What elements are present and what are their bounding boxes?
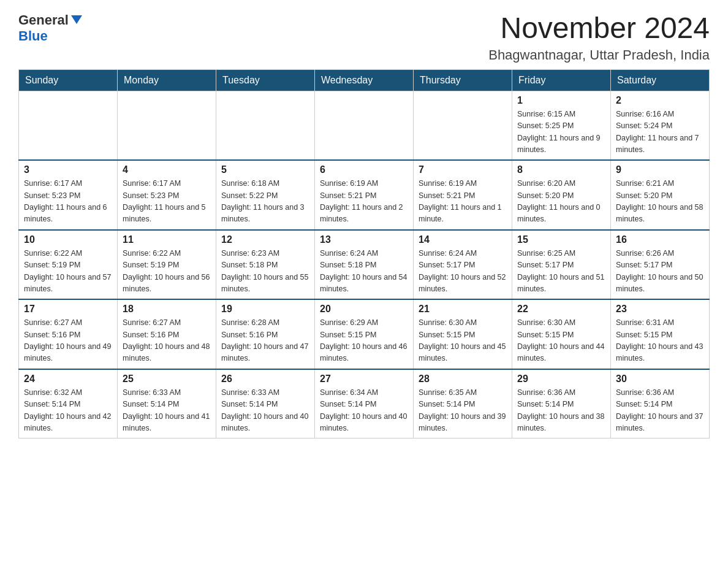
day-number: 9 bbox=[616, 164, 704, 175]
day-number: 10 bbox=[24, 234, 112, 245]
day-number: 30 bbox=[616, 373, 704, 385]
day-info-line: Sunset: 5:23 PM bbox=[123, 191, 179, 200]
day-info-line: Sunset: 5:14 PM bbox=[123, 400, 179, 408]
day-info-line: Sunrise: 6:15 AM bbox=[517, 110, 575, 118]
day-info-line: Daylight: 11 hours and 0 minutes. bbox=[517, 203, 601, 223]
calendar-cell: 4Sunrise: 6:17 AMSunset: 5:23 PMDaylight… bbox=[118, 160, 216, 230]
weekday-header-row: SundayMondayTuesdayWednesdayThursdayFrid… bbox=[19, 69, 710, 91]
day-info-line: Sunrise: 6:22 AM bbox=[24, 249, 82, 258]
day-info-line: Daylight: 11 hours and 1 minute. bbox=[419, 203, 502, 223]
day-info: Sunrise: 6:29 AMSunset: 5:15 PMDaylight:… bbox=[320, 317, 408, 365]
day-info-line: Daylight: 10 hours and 41 minutes. bbox=[123, 412, 210, 432]
day-info-line: Sunset: 5:19 PM bbox=[123, 261, 179, 269]
day-info-line: Sunset: 5:18 PM bbox=[320, 261, 376, 269]
day-info-line: Sunrise: 6:25 AM bbox=[517, 249, 575, 258]
day-info: Sunrise: 6:18 AMSunset: 5:22 PMDaylight:… bbox=[221, 178, 309, 226]
day-info: Sunrise: 6:36 AMSunset: 5:14 PMDaylight:… bbox=[517, 387, 605, 435]
day-info-line: Daylight: 10 hours and 52 minutes. bbox=[419, 273, 506, 293]
day-number: 26 bbox=[221, 373, 309, 385]
day-info: Sunrise: 6:27 AMSunset: 5:16 PMDaylight:… bbox=[123, 317, 211, 365]
day-info-line: Sunset: 5:18 PM bbox=[221, 261, 278, 269]
weekday-header-sunday: Sunday bbox=[19, 69, 118, 91]
day-number: 23 bbox=[616, 304, 704, 315]
day-info-line: Sunrise: 6:30 AM bbox=[419, 318, 477, 327]
day-info-line: Sunset: 5:17 PM bbox=[517, 261, 574, 269]
day-info-line: Sunrise: 6:36 AM bbox=[517, 388, 575, 397]
day-number: 12 bbox=[221, 234, 309, 245]
day-info-line: Daylight: 10 hours and 40 minutes. bbox=[221, 412, 308, 432]
day-info-line: Daylight: 10 hours and 51 minutes. bbox=[517, 273, 604, 293]
day-info-line: Sunset: 5:14 PM bbox=[221, 400, 278, 408]
day-info-line: Daylight: 10 hours and 38 minutes. bbox=[517, 412, 604, 432]
day-info: Sunrise: 6:28 AMSunset: 5:16 PMDaylight:… bbox=[221, 317, 309, 365]
day-info: Sunrise: 6:35 AMSunset: 5:14 PMDaylight:… bbox=[419, 387, 507, 435]
day-info: Sunrise: 6:23 AMSunset: 5:18 PMDaylight:… bbox=[221, 248, 309, 296]
day-info: Sunrise: 6:15 AMSunset: 5:25 PMDaylight:… bbox=[517, 109, 605, 156]
calendar-cell: 1Sunrise: 6:15 AMSunset: 5:25 PMDaylight… bbox=[512, 91, 611, 160]
day-info-line: Daylight: 10 hours and 42 minutes. bbox=[24, 412, 111, 432]
day-number: 28 bbox=[419, 373, 507, 385]
day-number: 1 bbox=[517, 95, 605, 106]
day-info-line: Sunset: 5:23 PM bbox=[24, 191, 80, 200]
logo-general-text: General bbox=[18, 12, 69, 28]
day-info-line: Daylight: 10 hours and 46 minutes. bbox=[320, 342, 407, 362]
day-info: Sunrise: 6:22 AMSunset: 5:19 PMDaylight:… bbox=[24, 248, 112, 296]
day-info-line: Sunset: 5:15 PM bbox=[517, 331, 574, 339]
day-number: 20 bbox=[320, 304, 408, 315]
day-info-line: Sunset: 5:22 PM bbox=[221, 191, 278, 200]
day-info-line: Daylight: 10 hours and 40 minutes. bbox=[320, 412, 407, 432]
day-info-line: Sunrise: 6:30 AM bbox=[517, 318, 575, 327]
calendar-cell: 6Sunrise: 6:19 AMSunset: 5:21 PMDaylight… bbox=[315, 160, 414, 230]
day-info-line: Sunrise: 6:31 AM bbox=[616, 318, 674, 327]
day-number: 3 bbox=[24, 164, 112, 175]
day-info-line: Daylight: 11 hours and 5 minutes. bbox=[123, 203, 206, 223]
day-info-line: Daylight: 10 hours and 47 minutes. bbox=[221, 342, 308, 362]
day-info: Sunrise: 6:20 AMSunset: 5:20 PMDaylight:… bbox=[517, 178, 605, 226]
weekday-header-wednesday: Wednesday bbox=[315, 69, 414, 91]
calendar-cell: 28Sunrise: 6:35 AMSunset: 5:14 PMDayligh… bbox=[414, 369, 512, 439]
weekday-header-monday: Monday bbox=[118, 69, 216, 91]
day-number: 5 bbox=[221, 164, 309, 175]
day-info-line: Sunrise: 6:26 AM bbox=[616, 249, 674, 258]
day-number: 16 bbox=[616, 234, 704, 245]
weekday-header-friday: Friday bbox=[512, 69, 611, 91]
day-info-line: Sunset: 5:24 PM bbox=[616, 121, 672, 130]
day-number: 25 bbox=[123, 373, 211, 385]
day-info-line: Sunset: 5:20 PM bbox=[517, 191, 574, 200]
calendar-cell: 22Sunrise: 6:30 AMSunset: 5:15 PMDayligh… bbox=[512, 299, 611, 369]
calendar-cell: 15Sunrise: 6:25 AMSunset: 5:17 PMDayligh… bbox=[512, 230, 611, 300]
week-row-2: 3Sunrise: 6:17 AMSunset: 5:23 PMDaylight… bbox=[19, 160, 710, 230]
day-info-line: Sunrise: 6:24 AM bbox=[320, 249, 378, 258]
day-info-line: Daylight: 10 hours and 50 minutes. bbox=[616, 273, 703, 293]
day-info-line: Sunrise: 6:19 AM bbox=[419, 179, 477, 188]
day-info: Sunrise: 6:16 AMSunset: 5:24 PMDaylight:… bbox=[616, 109, 704, 156]
day-info: Sunrise: 6:31 AMSunset: 5:15 PMDaylight:… bbox=[616, 317, 704, 365]
day-info-line: Sunrise: 6:17 AM bbox=[24, 179, 82, 188]
day-info-line: Sunrise: 6:34 AM bbox=[320, 388, 378, 397]
day-info-line: Daylight: 10 hours and 56 minutes. bbox=[123, 273, 210, 293]
day-info-line: Daylight: 11 hours and 2 minutes. bbox=[320, 203, 403, 223]
day-info: Sunrise: 6:19 AMSunset: 5:21 PMDaylight:… bbox=[320, 178, 408, 226]
calendar-cell bbox=[118, 91, 216, 160]
calendar-cell: 21Sunrise: 6:30 AMSunset: 5:15 PMDayligh… bbox=[414, 299, 512, 369]
calendar-cell: 29Sunrise: 6:36 AMSunset: 5:14 PMDayligh… bbox=[512, 369, 611, 439]
day-info-line: Daylight: 11 hours and 3 minutes. bbox=[221, 203, 305, 223]
day-info: Sunrise: 6:19 AMSunset: 5:21 PMDaylight:… bbox=[419, 178, 507, 226]
day-info-line: Sunset: 5:19 PM bbox=[24, 261, 80, 269]
day-info: Sunrise: 6:21 AMSunset: 5:20 PMDaylight:… bbox=[616, 178, 704, 226]
day-info-line: Sunset: 5:15 PM bbox=[320, 331, 376, 339]
day-info-line: Sunrise: 6:33 AM bbox=[221, 388, 279, 397]
day-number: 14 bbox=[419, 234, 507, 245]
day-info-line: Sunset: 5:16 PM bbox=[221, 331, 278, 339]
calendar-cell: 9Sunrise: 6:21 AMSunset: 5:20 PMDaylight… bbox=[611, 160, 710, 230]
day-info: Sunrise: 6:34 AMSunset: 5:14 PMDaylight:… bbox=[320, 387, 408, 435]
day-number: 27 bbox=[320, 373, 408, 385]
day-info-line: Sunrise: 6:32 AM bbox=[24, 388, 82, 397]
calendar-cell: 14Sunrise: 6:24 AMSunset: 5:17 PMDayligh… bbox=[414, 230, 512, 300]
calendar-cell: 10Sunrise: 6:22 AMSunset: 5:19 PMDayligh… bbox=[19, 230, 118, 300]
day-info-line: Daylight: 10 hours and 57 minutes. bbox=[24, 273, 111, 293]
month-title: November 2024 bbox=[488, 12, 710, 45]
day-info-line: Daylight: 10 hours and 43 minutes. bbox=[616, 342, 703, 362]
page-header: General Blue November 2024 Bhagwantnagar… bbox=[18, 12, 710, 63]
calendar-cell bbox=[315, 91, 414, 160]
